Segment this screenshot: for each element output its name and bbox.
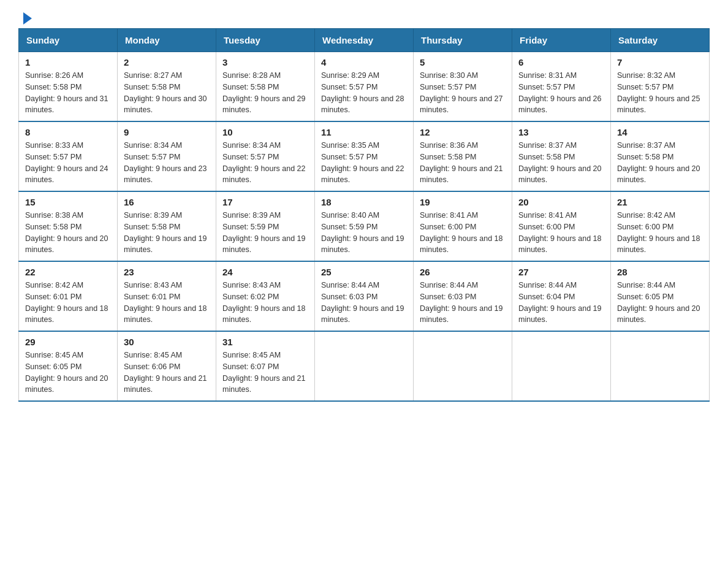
calendar-cell: 7 Sunrise: 8:32 AM Sunset: 5:57 PM Dayli… [611,52,710,122]
day-info: Sunrise: 8:41 AM Sunset: 6:00 PM Dayligh… [420,210,506,256]
calendar-cell: 10 Sunrise: 8:34 AM Sunset: 5:57 PM Dayl… [216,121,315,191]
calendar-week-4: 22 Sunrise: 8:42 AM Sunset: 6:01 PM Dayl… [19,261,710,331]
calendar-cell: 31 Sunrise: 8:45 AM Sunset: 6:07 PM Dayl… [216,331,315,401]
calendar-cell: 26 Sunrise: 8:44 AM Sunset: 6:03 PM Dayl… [414,261,512,331]
day-number: 17 [222,197,308,207]
calendar-week-2: 8 Sunrise: 8:33 AM Sunset: 5:57 PM Dayli… [19,121,710,191]
day-info: Sunrise: 8:39 AM Sunset: 5:58 PM Dayligh… [124,210,210,256]
calendar-week-3: 15 Sunrise: 8:38 AM Sunset: 5:58 PM Dayl… [19,191,710,261]
day-number: 20 [518,197,604,207]
day-number: 25 [321,267,407,277]
day-info: Sunrise: 8:45 AM Sunset: 6:07 PM Dayligh… [222,350,308,396]
day-number: 27 [518,267,604,277]
day-number: 12 [420,127,506,137]
weekday-header-tuesday: Tuesday [216,29,315,52]
day-info: Sunrise: 8:35 AM Sunset: 5:57 PM Dayligh… [321,140,407,186]
calendar-cell: 20 Sunrise: 8:41 AM Sunset: 6:00 PM Dayl… [512,191,611,261]
day-info: Sunrise: 8:37 AM Sunset: 5:58 PM Dayligh… [617,140,703,186]
weekday-header-thursday: Thursday [414,29,512,52]
day-number: 24 [222,267,308,277]
calendar-week-5: 29 Sunrise: 8:45 AM Sunset: 6:05 PM Dayl… [19,331,710,401]
weekday-header-sunday: Sunday [19,29,118,52]
calendar-cell: 19 Sunrise: 8:41 AM Sunset: 6:00 PM Dayl… [414,191,512,261]
calendar-cell: 23 Sunrise: 8:43 AM Sunset: 6:01 PM Dayl… [118,261,216,331]
day-number: 23 [124,267,210,277]
day-info: Sunrise: 8:33 AM Sunset: 5:57 PM Dayligh… [25,140,111,186]
day-info: Sunrise: 8:40 AM Sunset: 5:59 PM Dayligh… [321,210,407,256]
day-info: Sunrise: 8:30 AM Sunset: 5:57 PM Dayligh… [420,70,506,116]
day-info: Sunrise: 8:38 AM Sunset: 5:58 PM Dayligh… [25,210,111,256]
day-info: Sunrise: 8:34 AM Sunset: 5:57 PM Dayligh… [124,140,210,186]
calendar-cell: 29 Sunrise: 8:45 AM Sunset: 6:05 PM Dayl… [19,331,118,401]
day-number: 30 [124,337,210,347]
day-info: Sunrise: 8:39 AM Sunset: 5:59 PM Dayligh… [222,210,308,256]
weekday-header-saturday: Saturday [611,29,710,52]
calendar-cell: 2 Sunrise: 8:27 AM Sunset: 5:58 PM Dayli… [118,52,216,122]
calendar-cell: 15 Sunrise: 8:38 AM Sunset: 5:58 PM Dayl… [19,191,118,261]
day-number: 2 [124,57,210,67]
calendar-cell: 30 Sunrise: 8:45 AM Sunset: 6:06 PM Dayl… [118,331,216,401]
calendar-cell: 21 Sunrise: 8:42 AM Sunset: 6:00 PM Dayl… [611,191,710,261]
day-info: Sunrise: 8:28 AM Sunset: 5:58 PM Dayligh… [222,70,308,116]
weekday-header-friday: Friday [512,29,611,52]
calendar-cell: 8 Sunrise: 8:33 AM Sunset: 5:57 PM Dayli… [19,121,118,191]
calendar-cell: 4 Sunrise: 8:29 AM Sunset: 5:57 PM Dayli… [315,52,414,122]
day-number: 19 [420,197,506,207]
day-number: 5 [420,57,506,67]
day-number: 18 [321,197,407,207]
day-number: 1 [25,57,111,67]
calendar-cell: 11 Sunrise: 8:35 AM Sunset: 5:57 PM Dayl… [315,121,414,191]
day-info: Sunrise: 8:42 AM Sunset: 6:01 PM Dayligh… [25,280,111,326]
day-number: 31 [222,337,308,347]
day-number: 6 [518,57,604,67]
day-info: Sunrise: 8:32 AM Sunset: 5:57 PM Dayligh… [617,70,703,116]
calendar-cell: 12 Sunrise: 8:36 AM Sunset: 5:58 PM Dayl… [414,121,512,191]
day-info: Sunrise: 8:36 AM Sunset: 5:58 PM Dayligh… [420,140,506,186]
calendar-cell: 13 Sunrise: 8:37 AM Sunset: 5:58 PM Dayl… [512,121,611,191]
calendar-cell: 17 Sunrise: 8:39 AM Sunset: 5:59 PM Dayl… [216,191,315,261]
calendar-cell: 1 Sunrise: 8:26 AM Sunset: 5:58 PM Dayli… [19,52,118,122]
calendar-cell [611,331,710,401]
calendar-cell: 24 Sunrise: 8:43 AM Sunset: 6:02 PM Dayl… [216,261,315,331]
calendar-cell: 9 Sunrise: 8:34 AM Sunset: 5:57 PM Dayli… [118,121,216,191]
day-info: Sunrise: 8:43 AM Sunset: 6:01 PM Dayligh… [124,280,210,326]
calendar-cell: 25 Sunrise: 8:44 AM Sunset: 6:03 PM Dayl… [315,261,414,331]
day-number: 3 [222,57,308,67]
day-info: Sunrise: 8:42 AM Sunset: 6:00 PM Dayligh… [617,210,703,256]
day-info: Sunrise: 8:45 AM Sunset: 6:06 PM Dayligh… [124,350,210,396]
calendar-cell [512,331,611,401]
calendar-cell: 3 Sunrise: 8:28 AM Sunset: 5:58 PM Dayli… [216,52,315,122]
calendar-cell [315,331,414,401]
day-info: Sunrise: 8:45 AM Sunset: 6:05 PM Dayligh… [25,350,111,396]
day-info: Sunrise: 8:43 AM Sunset: 6:02 PM Dayligh… [222,280,308,326]
day-number: 10 [222,127,308,137]
day-info: Sunrise: 8:34 AM Sunset: 5:57 PM Dayligh… [222,140,308,186]
day-number: 15 [25,197,111,207]
calendar-week-1: 1 Sunrise: 8:26 AM Sunset: 5:58 PM Dayli… [19,52,710,122]
day-number: 29 [25,337,111,347]
day-number: 22 [25,267,111,277]
weekday-header-row: SundayMondayTuesdayWednesdayThursdayFrid… [19,29,710,52]
day-info: Sunrise: 8:44 AM Sunset: 6:05 PM Dayligh… [617,280,703,326]
day-number: 21 [617,197,703,207]
day-info: Sunrise: 8:44 AM Sunset: 6:03 PM Dayligh… [321,280,407,326]
calendar-cell [414,331,512,401]
logo [18,12,32,22]
logo-arrow [23,12,32,25]
day-info: Sunrise: 8:37 AM Sunset: 5:58 PM Dayligh… [518,140,604,186]
day-number: 28 [617,267,703,277]
page-header [18,12,710,22]
weekday-header-monday: Monday [118,29,216,52]
day-info: Sunrise: 8:29 AM Sunset: 5:57 PM Dayligh… [321,70,407,116]
day-info: Sunrise: 8:31 AM Sunset: 5:57 PM Dayligh… [518,70,604,116]
calendar-cell: 27 Sunrise: 8:44 AM Sunset: 6:04 PM Dayl… [512,261,611,331]
day-number: 8 [25,127,111,137]
calendar-cell: 18 Sunrise: 8:40 AM Sunset: 5:59 PM Dayl… [315,191,414,261]
day-info: Sunrise: 8:41 AM Sunset: 6:00 PM Dayligh… [518,210,604,256]
calendar-cell: 16 Sunrise: 8:39 AM Sunset: 5:58 PM Dayl… [118,191,216,261]
day-number: 14 [617,127,703,137]
day-number: 7 [617,57,703,67]
day-info: Sunrise: 8:27 AM Sunset: 5:58 PM Dayligh… [124,70,210,116]
day-info: Sunrise: 8:26 AM Sunset: 5:58 PM Dayligh… [25,70,111,116]
day-number: 9 [124,127,210,137]
